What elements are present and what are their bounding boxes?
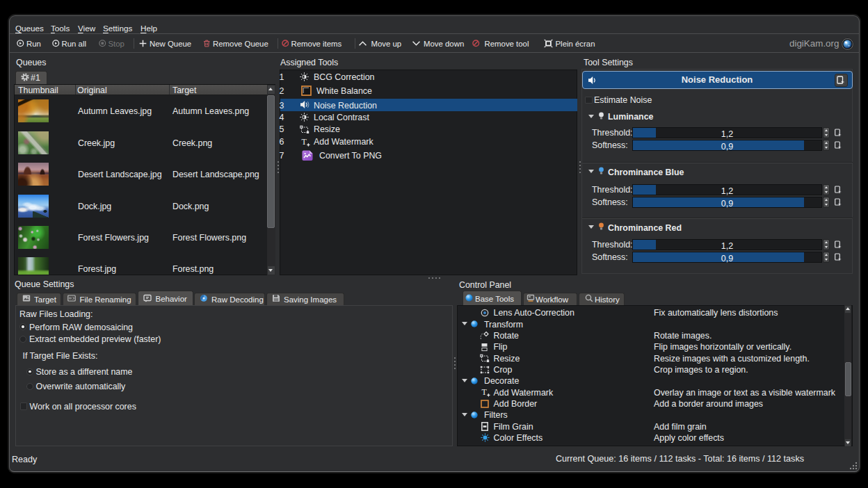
svg-text:T: T [302, 137, 307, 147]
svg-text:T: T [482, 387, 488, 397]
